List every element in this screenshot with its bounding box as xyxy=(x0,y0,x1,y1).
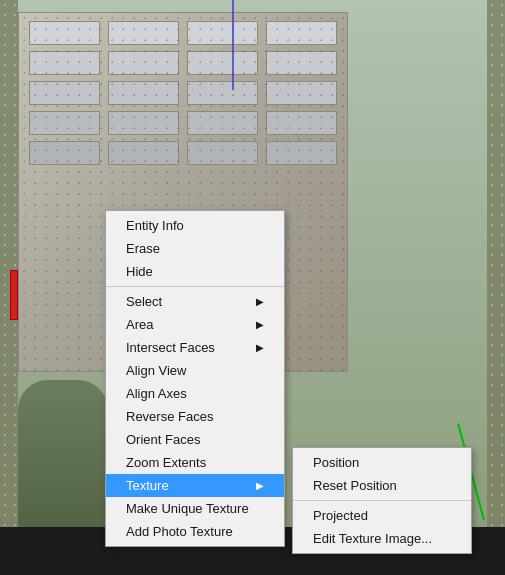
submenu-arrow-select: ▶ xyxy=(256,296,264,307)
menu-item-align-axes[interactable]: Align Axes xyxy=(106,382,284,405)
submenu-arrow-area: ▶ xyxy=(256,319,264,330)
menu-item-hide[interactable]: Hide xyxy=(106,260,284,283)
menu-item-orient-faces[interactable]: Orient Faces xyxy=(106,428,284,451)
right-panel xyxy=(487,0,505,575)
menu-item-intersect-faces[interactable]: Intersect Faces ▶ xyxy=(106,336,284,359)
texture-submenu: Position Reset Position Projected Edit T… xyxy=(292,447,472,554)
menu-item-area[interactable]: Area ▶ xyxy=(106,313,284,336)
menu-item-align-view[interactable]: Align View xyxy=(106,359,284,382)
red-indicator xyxy=(10,270,18,320)
submenu-arrow-texture: ▶ xyxy=(256,480,264,491)
menu-item-erase[interactable]: Erase xyxy=(106,237,284,260)
menu-item-projected[interactable]: Projected xyxy=(293,504,471,527)
submenu-arrow-intersect: ▶ xyxy=(256,342,264,353)
menu-item-texture[interactable]: Texture ▶ xyxy=(106,474,284,497)
axis-blue xyxy=(232,0,234,90)
menu-item-add-photo-texture[interactable]: Add Photo Texture xyxy=(106,520,284,543)
viewport: Entity Info Erase Hide Select ▶ Area ▶ I… xyxy=(0,0,505,575)
menu-item-entity-info[interactable]: Entity Info xyxy=(106,214,284,237)
menu-item-zoom-extents[interactable]: Zoom Extents xyxy=(106,451,284,474)
menu-item-make-unique-texture[interactable]: Make Unique Texture xyxy=(106,497,284,520)
menu-item-select[interactable]: Select ▶ xyxy=(106,290,284,313)
separator-texture xyxy=(293,500,471,501)
tree-left xyxy=(18,380,108,530)
menu-item-reset-position[interactable]: Reset Position xyxy=(293,474,471,497)
main-context-menu: Entity Info Erase Hide Select ▶ Area ▶ I… xyxy=(105,210,285,547)
separator-1 xyxy=(106,286,284,287)
menu-item-edit-texture-image[interactable]: Edit Texture Image... xyxy=(293,527,471,550)
menu-item-position[interactable]: Position xyxy=(293,451,471,474)
menu-item-reverse-faces[interactable]: Reverse Faces xyxy=(106,405,284,428)
